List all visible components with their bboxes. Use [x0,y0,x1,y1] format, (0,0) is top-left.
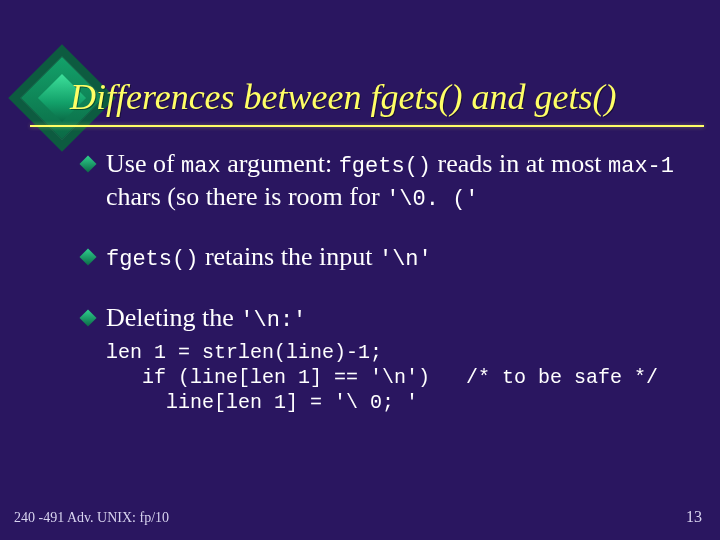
code-line: line[len 1] = '\ 0; ' [106,391,418,414]
code: fgets() [106,247,198,272]
code: fgets() [339,154,431,179]
title-underline [30,125,704,127]
bullet-1: Use of max argument: fgets() reads in at… [82,148,684,213]
code: '\0. (' [386,187,478,212]
text: retains the input [198,242,379,271]
title-row: Differences between fgets() and gets() [28,54,700,142]
code-line: len 1 = strlen(line)-1; [106,341,382,364]
footer-page-number: 13 [686,508,702,526]
diamond-bullet-icon [80,249,97,266]
bullet-2: fgets() retains the input '\n' [82,241,684,274]
diamond-bullet-icon [80,156,97,173]
text: chars (so there is room for [106,182,386,211]
slide: Differences between fgets() and gets() U… [0,0,720,540]
text: reads in at most [431,149,608,178]
code-block: len 1 = strlen(line)-1; if (line[len 1] … [106,340,684,415]
slide-title: Differences between fgets() and gets() [70,79,617,117]
slide-body: Use of max argument: fgets() reads in at… [82,148,684,415]
text: Deleting the [106,303,240,332]
code: max [181,154,221,179]
footer-left: 240 -491 Adv. UNIX: fp/10 [14,510,169,526]
diamond-bullet-icon [80,309,97,326]
code: max-1 [608,154,674,179]
code-line: if (line[len 1] == '\n') /* to be safe *… [106,366,658,389]
text: argument: [221,149,339,178]
code: '\n' [379,247,432,272]
bullet-3: Deleting the '\n:' [82,302,684,335]
code: '\n:' [240,308,306,333]
text: Use of [106,149,181,178]
